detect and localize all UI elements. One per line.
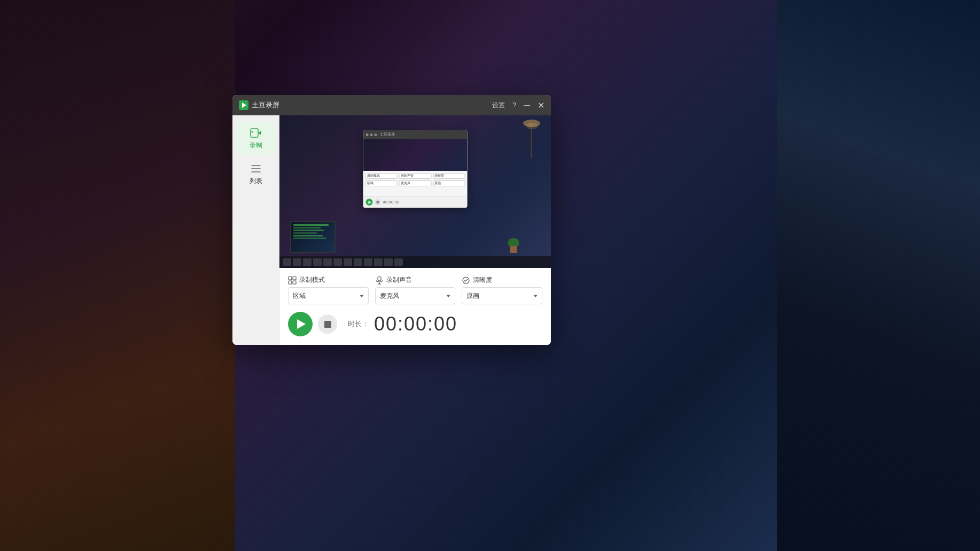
svg-marker-1 <box>258 131 261 135</box>
preview-taskbar <box>279 256 551 268</box>
svg-rect-9 <box>293 281 296 284</box>
audio-value: 麦克风 <box>380 292 399 301</box>
mini-content: 录制模式 录制声音 清晰度 区域 麦克风 原画 <box>363 139 468 208</box>
mini-play-triangle <box>368 201 371 204</box>
taskbar-item-10 <box>374 258 383 266</box>
window-title: 土豆录屏 <box>252 100 492 110</box>
sidebar-record-label: 录制 <box>250 141 262 150</box>
stop-button[interactable] <box>318 314 337 334</box>
stop-icon <box>324 321 331 328</box>
record-mode-group: 录制模式 区域 <box>288 276 369 304</box>
mini-preview-img <box>363 139 468 171</box>
svg-rect-0 <box>251 129 258 137</box>
sidebar-list-label: 列表 <box>250 177 262 186</box>
app-window: 土豆录屏 设置 ? — ✕ 录制 <box>232 95 551 345</box>
record-mode-icon <box>288 276 297 285</box>
minimize-button[interactable]: — <box>524 101 530 109</box>
mini-play-button <box>366 199 373 206</box>
taskbar-item-7 <box>344 258 352 266</box>
taskbar-item-12 <box>394 258 403 266</box>
mini-title-bar: 土豆录屏 <box>363 130 468 139</box>
record-mode-chevron <box>360 295 364 297</box>
mini-preview-window: 土豆录屏 录制模式 录制声音 清晰度 区域 麦克风 <box>363 130 468 208</box>
settings-button[interactable]: 设置 <box>492 101 505 110</box>
mini-quality-dropdown: 清晰度 <box>433 173 465 179</box>
sidebar-item-record[interactable]: 录制 <box>236 122 276 155</box>
plant-decoration <box>508 238 519 253</box>
desk-right-scene <box>777 0 980 551</box>
quality-select[interactable]: 原画 <box>462 287 542 304</box>
play-button[interactable] <box>288 312 313 336</box>
quality-text: 清晰度 <box>473 276 492 285</box>
mini-title-text: 土豆录屏 <box>380 132 395 137</box>
audio-group: 录制声音 麦克风 <box>375 276 456 304</box>
svg-rect-6 <box>289 277 292 280</box>
preview-area: 土豆录屏 录制模式 录制声音 清晰度 区域 麦克风 <box>279 115 551 268</box>
quality-group: 清晰度 原画 <box>462 276 542 304</box>
app-logo-icon <box>239 100 248 110</box>
record-mode-select[interactable]: 区域 <box>288 287 369 304</box>
taskbar-item-2 <box>293 258 301 266</box>
record-mode-label: 录制模式 <box>288 276 369 285</box>
mini-mic-dropdown: 麦克风 <box>399 180 431 186</box>
controls-area: 录制模式 区域 <box>279 268 551 345</box>
controls-row: 录制模式 区域 <box>288 276 542 304</box>
duration-label: 时长： <box>348 319 369 329</box>
taskbar-item-4 <box>313 258 322 266</box>
record-icon <box>250 127 262 139</box>
mini-orig-dropdown: 原画 <box>433 180 465 186</box>
close-button[interactable]: ✕ <box>538 100 545 111</box>
mini-area-dropdown: 区域 <box>365 180 398 186</box>
taskbar-item-1 <box>283 258 291 266</box>
audio-text: 录制声音 <box>386 276 412 285</box>
mini-dot-3 <box>375 133 377 136</box>
audio-chevron <box>446 295 450 297</box>
window-controls: 设置 ? — ✕ <box>492 100 545 111</box>
timer-display: 00:00:00 <box>374 313 457 335</box>
audio-icon <box>375 276 384 285</box>
mini-audio-dropdown: 录制声音 <box>399 173 431 179</box>
mini-bottom-bar: 00:00:00 <box>363 196 468 208</box>
svg-rect-8 <box>289 281 292 284</box>
right-panel: 土豆录屏 录制模式 录制声音 清晰度 区域 麦克风 <box>279 115 551 345</box>
mini-dot-2 <box>370 133 373 136</box>
svg-point-13 <box>463 277 469 284</box>
play-icon <box>297 319 306 329</box>
taskbar-item-8 <box>354 258 362 266</box>
taskbar-item-5 <box>323 258 332 266</box>
taskbar-item-11 <box>384 258 393 266</box>
mini-row-2: 区域 麦克风 原画 <box>365 180 465 186</box>
left-monitor <box>290 221 336 253</box>
mini-stop-button <box>375 199 381 205</box>
main-content: 录制 列表 <box>232 115 551 345</box>
audio-select[interactable]: 麦克风 <box>375 287 456 304</box>
help-button[interactable]: ? <box>512 101 516 109</box>
record-mode-text: 录制模式 <box>299 276 325 285</box>
taskbar-item-6 <box>333 258 342 266</box>
desk-left-scene <box>0 0 235 551</box>
sidebar: 录制 列表 <box>232 115 279 345</box>
svg-rect-10 <box>378 277 381 281</box>
mini-mode-dropdown: 录制模式 <box>365 173 398 179</box>
quality-chevron <box>533 295 538 297</box>
mini-timer: 00:00:00 <box>383 200 400 204</box>
svg-rect-7 <box>293 277 296 280</box>
mini-dot-1 <box>366 133 369 136</box>
quality-value: 原画 <box>466 292 479 301</box>
quality-label: 清晰度 <box>462 276 542 285</box>
sidebar-item-list[interactable]: 列表 <box>236 158 276 191</box>
mini-row-1: 录制模式 录制声音 清晰度 <box>365 173 465 179</box>
quality-icon <box>462 276 470 285</box>
list-icon <box>250 163 262 175</box>
mini-controls-area: 录制模式 录制声音 清晰度 区域 麦克风 原画 <box>363 171 468 196</box>
taskbar-item-9 <box>364 258 372 266</box>
action-row: 时长： 00:00:00 <box>288 312 542 336</box>
audio-label: 录制声音 <box>375 276 456 285</box>
lamp-glow <box>526 123 538 129</box>
play-icon-inner <box>242 103 246 108</box>
svg-point-2 <box>251 131 253 133</box>
taskbar-item-3 <box>303 258 312 266</box>
record-mode-value: 区域 <box>293 292 306 301</box>
title-bar: 土豆录屏 设置 ? — ✕ <box>232 95 551 115</box>
